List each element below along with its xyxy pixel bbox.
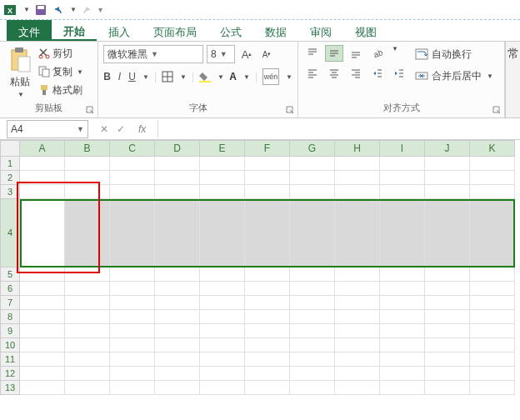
undo-dropdown-icon[interactable]: ▼ [70, 6, 77, 13]
cell[interactable] [380, 310, 425, 324]
cell[interactable] [335, 338, 380, 352]
decrease-font-button[interactable]: A▾ [258, 46, 275, 62]
cell[interactable] [425, 268, 470, 282]
align-right-button[interactable] [347, 65, 365, 82]
row-header[interactable]: 12 [0, 367, 20, 381]
cell[interactable] [245, 157, 290, 171]
cell[interactable] [245, 282, 290, 296]
paste-dropdown-icon[interactable]: ▼ [18, 91, 24, 98]
copy-button[interactable]: 复制▼ [38, 63, 83, 80]
tab-data[interactable]: 数据 [253, 20, 298, 41]
decrease-indent-button[interactable] [368, 65, 387, 82]
wrap-text-button[interactable]: 自动换行 [415, 45, 493, 63]
cell[interactable] [65, 324, 110, 338]
cell[interactable] [110, 268, 155, 282]
cell[interactable] [290, 338, 335, 352]
phonetic-button[interactable]: wén [262, 68, 279, 85]
cell[interactable] [425, 185, 470, 199]
col-header[interactable]: C [110, 140, 155, 157]
tab-insert[interactable]: 插入 [97, 20, 142, 41]
border-button[interactable] [162, 68, 173, 85]
row-header[interactable]: 9 [0, 324, 20, 338]
chevron-down-icon[interactable]: ▼ [77, 125, 84, 133]
cell[interactable] [380, 185, 425, 199]
cell[interactable] [290, 199, 335, 268]
name-box[interactable]: A4▼ [7, 120, 88, 138]
align-left-button[interactable] [303, 65, 322, 82]
align-bottom-button[interactable] [347, 45, 365, 62]
cell[interactable] [200, 381, 245, 395]
cell[interactable] [425, 367, 470, 381]
cell[interactable] [200, 157, 245, 171]
cell[interactable] [245, 268, 290, 282]
cell[interactable] [470, 185, 515, 199]
cell[interactable] [110, 324, 155, 338]
underline-dropdown-icon[interactable]: ▼ [142, 73, 149, 81]
tab-page-layout[interactable]: 页面布局 [142, 20, 208, 41]
cell[interactable] [65, 199, 110, 268]
row-header[interactable]: 3 [0, 185, 20, 199]
cell[interactable] [425, 310, 470, 324]
cell[interactable] [155, 381, 200, 395]
cell[interactable] [200, 367, 245, 381]
cell[interactable] [290, 171, 335, 185]
cell[interactable] [245, 199, 290, 268]
cell[interactable] [380, 324, 425, 338]
merge-dropdown-icon[interactable]: ▼ [487, 72, 493, 80]
row-header[interactable]: 10 [0, 338, 20, 352]
cell[interactable] [470, 268, 515, 282]
cell[interactable] [380, 282, 425, 296]
underline-button[interactable]: U [128, 68, 136, 85]
cell[interactable] [290, 282, 335, 296]
row-header[interactable]: 11 [0, 352, 20, 367]
tab-review[interactable]: 审阅 [298, 20, 343, 41]
cell[interactable] [155, 324, 200, 338]
cell[interactable] [335, 324, 380, 338]
cell[interactable] [470, 296, 515, 310]
cell[interactable] [335, 282, 380, 296]
cell[interactable] [380, 199, 425, 268]
cell[interactable] [20, 324, 65, 338]
cell[interactable] [65, 157, 110, 171]
cell[interactable] [200, 324, 245, 338]
cell[interactable] [470, 282, 515, 296]
fontcolor-dropdown-icon[interactable]: ▼ [243, 73, 250, 81]
cell[interactable] [470, 381, 515, 395]
cell[interactable] [290, 268, 335, 282]
fill-color-button[interactable] [199, 68, 211, 85]
cell[interactable] [200, 352, 245, 367]
cell[interactable] [65, 338, 110, 352]
clipboard-launcher-icon[interactable] [86, 106, 94, 114]
cell[interactable] [425, 199, 470, 268]
qat-dropdown-icon[interactable]: ▼ [23, 6, 30, 13]
cell[interactable] [20, 381, 65, 395]
cell[interactable] [425, 157, 470, 171]
cell[interactable] [335, 157, 380, 171]
cell[interactable] [470, 171, 515, 185]
orientation-button[interactable]: ab [368, 45, 387, 62]
cell[interactable] [245, 296, 290, 310]
cell[interactable] [470, 310, 515, 324]
cell[interactable] [290, 157, 335, 171]
cell[interactable] [155, 268, 200, 282]
cell[interactable] [290, 324, 335, 338]
cell[interactable] [65, 352, 110, 367]
cell[interactable] [380, 367, 425, 381]
cell[interactable] [200, 185, 245, 199]
align-middle-button[interactable] [325, 45, 343, 62]
cell[interactable] [20, 171, 65, 185]
enter-formula-icon[interactable]: ✓ [117, 123, 125, 135]
cell[interactable] [200, 171, 245, 185]
increase-indent-button[interactable] [390, 65, 408, 82]
row-header[interactable]: 13 [0, 381, 20, 395]
tab-file[interactable]: 文件 [7, 20, 52, 41]
cell[interactable] [380, 296, 425, 310]
cell[interactable] [155, 338, 200, 352]
cell[interactable] [425, 171, 470, 185]
align-top-button[interactable] [303, 45, 322, 62]
cell[interactable] [155, 367, 200, 381]
italic-button[interactable]: I [116, 68, 123, 85]
cell[interactable] [110, 157, 155, 171]
col-header[interactable]: K [470, 140, 515, 157]
cell[interactable] [200, 268, 245, 282]
